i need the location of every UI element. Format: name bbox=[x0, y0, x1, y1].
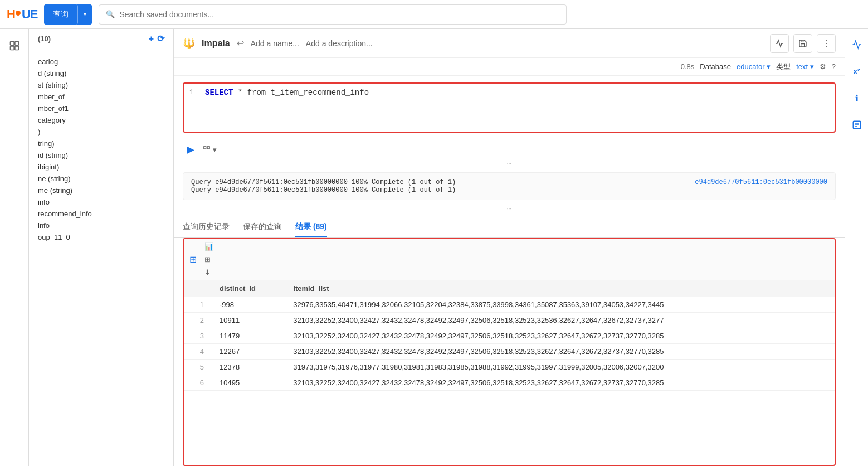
resize-handle[interactable]: ··· bbox=[174, 159, 845, 168]
line-number-1: 1 bbox=[189, 88, 201, 96]
svg-rect-4 bbox=[204, 147, 206, 149]
editor-area: 🔱 Impala ↩ Add a name... Add a descripti… bbox=[174, 29, 845, 466]
type-selector[interactable]: text ▾ bbox=[796, 62, 814, 71]
results-toolbar: ⊞ 📊 ⊞ ⬇ bbox=[184, 239, 835, 280]
add-name-field[interactable]: Add a name... bbox=[251, 39, 299, 48]
add-item-button[interactable]: + bbox=[149, 34, 154, 44]
undo-button[interactable]: ↩ bbox=[237, 38, 244, 48]
settings-icon[interactable]: ⚙ bbox=[820, 62, 826, 71]
table-row: 4 12267 32103,32252,32400,32427,32432,32… bbox=[184, 344, 835, 360]
table-row: 2 10911 32103,32252,32400,32427,32432,32… bbox=[184, 313, 835, 328]
sidebar-divider bbox=[29, 52, 173, 52]
play-area: ▶ ▾ bbox=[174, 139, 845, 159]
resize-handle-2[interactable]: ··· bbox=[174, 205, 845, 213]
run-button[interactable]: ▶ bbox=[183, 142, 198, 157]
col-header-itemid-list: itemid_list bbox=[285, 280, 835, 297]
sidebar-item[interactable]: oup_11_0 bbox=[29, 231, 173, 243]
right-icon-superscript[interactable]: x² bbox=[848, 62, 866, 80]
cell-itemid-list: 31973,31975,31976,31977,31980,31981,3198… bbox=[285, 360, 835, 375]
row-num: 4 bbox=[184, 344, 212, 360]
code-content: SELECT * from t_item_recommend_info bbox=[205, 88, 369, 97]
files-icon[interactable] bbox=[4, 36, 25, 56]
editor-engine-name: Impala bbox=[202, 38, 230, 48]
sidebar-actions: + ⟳ bbox=[149, 33, 164, 44]
chart-side-icon[interactable]: 📊 bbox=[204, 242, 213, 251]
impala-logo-icon: 🔱 bbox=[183, 37, 195, 50]
add-description-field[interactable]: Add a description... bbox=[306, 39, 373, 48]
save-button[interactable] bbox=[793, 34, 812, 53]
sidebar-item[interactable]: info bbox=[29, 196, 173, 208]
sidebar-item[interactable]: ) bbox=[29, 126, 173, 138]
tab-results[interactable]: 结果 (89) bbox=[295, 217, 327, 237]
row-num: 5 bbox=[184, 360, 212, 375]
table-row: 3 11479 32103,32252,32400,32427,32432,32… bbox=[184, 328, 835, 344]
sidebar-item[interactable]: ne (string) bbox=[29, 173, 173, 185]
query-id-link[interactable]: e94d9de6770f5611:0ec531fb00000000 bbox=[695, 178, 827, 186]
sidebar-item[interactable]: earlog bbox=[29, 56, 173, 67]
right-icon-chart[interactable] bbox=[848, 36, 866, 54]
cell-distinct-id: 12378 bbox=[212, 360, 285, 375]
svg-rect-3 bbox=[14, 46, 18, 50]
run-dropdown[interactable]: ▾ bbox=[203, 145, 217, 154]
database-label: Database bbox=[700, 62, 731, 71]
search-input[interactable] bbox=[119, 10, 559, 19]
right-sidebar: x² ℹ bbox=[845, 29, 868, 466]
sidebar-items: earlogd (string)st (string)mber_ofmber_o… bbox=[29, 56, 173, 243]
right-icon-notes[interactable] bbox=[848, 116, 866, 134]
code-line-1: 1 SELECT * from t_item_recommend_info bbox=[184, 84, 835, 101]
svg-rect-0 bbox=[10, 42, 14, 46]
query-dropdown-button[interactable]: ▾ bbox=[78, 4, 92, 25]
help-icon[interactable]: ? bbox=[832, 62, 836, 71]
search-bar: 🔍 bbox=[99, 4, 567, 25]
sidebar-item[interactable]: tring) bbox=[29, 138, 173, 149]
right-icon-info[interactable]: ℹ bbox=[848, 89, 866, 107]
table-side-icon[interactable]: ⊞ bbox=[204, 255, 213, 264]
left-sidebar-icons bbox=[0, 29, 29, 466]
sidebar-item[interactable]: me (string) bbox=[29, 185, 173, 196]
col-header-num bbox=[184, 280, 212, 297]
results-tbody: 1 -998 32976,33535,40471,31994,32066,321… bbox=[184, 297, 835, 391]
timing-label: 0.8s bbox=[681, 62, 695, 71]
tab-history[interactable]: 查询历史记录 bbox=[183, 217, 230, 237]
query-main-button[interactable]: 查询 bbox=[44, 4, 78, 25]
query-button-group[interactable]: 查询 ▾ bbox=[44, 4, 92, 25]
cell-distinct-id: -998 bbox=[212, 297, 285, 313]
row-num: 2 bbox=[184, 313, 212, 328]
cell-distinct-id: 10495 bbox=[212, 375, 285, 391]
more-options-button[interactable]: ⋮ bbox=[817, 34, 836, 53]
database-name-selector[interactable]: educator ▾ bbox=[737, 62, 771, 71]
svg-rect-5 bbox=[207, 147, 209, 149]
editor-topbar: 🔱 Impala ↩ Add a name... Add a descripti… bbox=[174, 29, 845, 58]
table-row: 5 12378 31973,31975,31976,31977,31980,31… bbox=[184, 360, 835, 375]
grid-view-icon[interactable]: ⊞ bbox=[189, 254, 197, 265]
refresh-button[interactable]: ⟳ bbox=[157, 33, 164, 44]
tab-saved[interactable]: 保存的查询 bbox=[243, 217, 282, 237]
chart-button[interactable] bbox=[770, 34, 789, 53]
sidebar-item[interactable]: id (string) bbox=[29, 149, 173, 161]
cell-itemid-list: 32103,32252,32400,32427,32432,32478,3249… bbox=[285, 328, 835, 344]
app-logo: HUE bbox=[7, 7, 37, 22]
results-table-wrapper: ⊞ 📊 ⊞ ⬇ distinct_id itemid_list 1 -998 bbox=[183, 238, 836, 466]
sidebar-item[interactable]: mber_of1 bbox=[29, 103, 173, 114]
sidebar-item[interactable]: info bbox=[29, 220, 173, 231]
svg-rect-1 bbox=[14, 42, 18, 46]
meta-bar: 0.8s Database educator ▾ 类型 text ▾ ⚙ ? bbox=[174, 58, 845, 76]
code-editor[interactable]: 1 SELECT * from t_item_recommend_info bbox=[183, 82, 836, 133]
type-label: 类型 bbox=[776, 62, 791, 72]
sidebar-item[interactable]: d (string) bbox=[29, 67, 173, 79]
download-icon[interactable]: ⬇ bbox=[204, 268, 213, 276]
sidebar-item[interactable]: recommend_info bbox=[29, 208, 173, 220]
sidebar-item[interactable]: category bbox=[29, 114, 173, 126]
table-side-icons: 📊 ⊞ ⬇ bbox=[204, 242, 213, 276]
svg-rect-2 bbox=[10, 46, 14, 50]
sidebar-item[interactable]: st (string) bbox=[29, 79, 173, 91]
sidebar-item[interactable]: ibigint) bbox=[29, 161, 173, 173]
sidebar-item[interactable]: mber_of bbox=[29, 91, 173, 103]
cell-itemid-list: 32976,33535,40471,31994,32066,32105,3220… bbox=[285, 297, 835, 313]
table-row: 1 -998 32976,33535,40471,31994,32066,321… bbox=[184, 297, 835, 313]
table-header-row: distinct_id itemid_list bbox=[184, 280, 835, 297]
cell-itemid-list: 32103,32252,32400,32427,32432,32478,3249… bbox=[285, 313, 835, 328]
left-sidebar: (10) + ⟳ earlogd (string)st (string)mber… bbox=[29, 29, 174, 466]
row-num: 6 bbox=[184, 375, 212, 391]
cell-distinct-id: 10911 bbox=[212, 313, 285, 328]
